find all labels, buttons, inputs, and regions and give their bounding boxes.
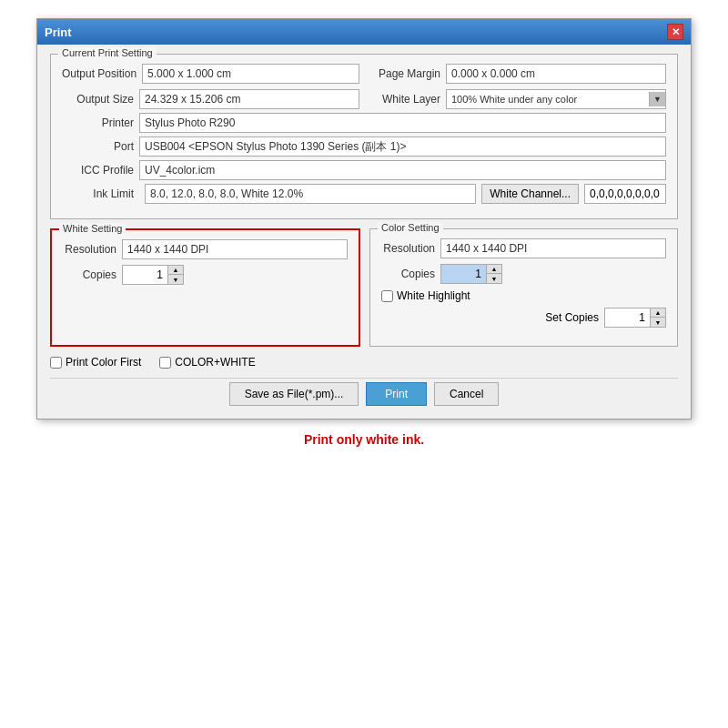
page-margin-label: Page Margin: [369, 67, 446, 80]
port-label: Port: [62, 140, 139, 153]
set-copies-input[interactable]: 1: [604, 308, 650, 328]
ink-extra-value: 0,0,0,0,0,0,0,0: [584, 184, 666, 204]
icc-profile-row: ICC Profile UV_4color.icm: [62, 160, 666, 180]
divider: [50, 378, 678, 379]
set-copies-spinner-buttons: ▲ ▼: [650, 308, 666, 328]
output-position-row: Output Position 5.000 x 1.000 cm: [62, 64, 359, 84]
white-layer-value[interactable]: 100% White under any color ▼: [446, 89, 666, 109]
color-resolution-row: Resolution 1440 x 1440 DPI: [381, 238, 666, 258]
color-copies-up[interactable]: ▲: [487, 265, 501, 274]
print-color-first-checkbox[interactable]: [50, 357, 62, 369]
icc-profile-label: ICC Profile: [62, 164, 139, 177]
color-resolution-label: Resolution: [381, 242, 440, 255]
color-copies-down[interactable]: ▼: [487, 274, 501, 283]
dialog-content: Current Print Setting Output Position 5.…: [37, 45, 691, 419]
white-copies-label: Copies: [63, 268, 122, 281]
white-highlight-checkbox[interactable]: [381, 290, 393, 302]
color-resolution-value: 1440 x 1440 DPI: [440, 238, 666, 258]
set-copies-row: Set Copies 1 ▲ ▼: [381, 308, 666, 328]
port-value: USB004 <EPSON Stylus Photo 1390 Series (…: [139, 136, 666, 157]
printer-value: Stylus Photo R290: [139, 113, 666, 133]
white-resolution-value: 1440 x 1440 DPI: [122, 239, 348, 259]
output-size-row: Output Size 24.329 x 15.206 cm: [62, 89, 359, 109]
color-copies-row: Copies 1 ▲ ▼: [381, 264, 666, 284]
settings-row: White Setting Resolution 1440 x 1440 DPI…: [50, 228, 678, 347]
white-channel-button[interactable]: White Channel...: [481, 184, 579, 204]
set-copies-spinner[interactable]: 1 ▲ ▼: [604, 308, 666, 328]
white-layer-label: White Layer: [369, 93, 446, 106]
set-copies-down[interactable]: ▼: [651, 318, 665, 327]
white-copies-spinner[interactable]: 1 ▲ ▼: [122, 265, 184, 285]
button-row: Save as File(*.pm)... Print Cancel: [50, 382, 678, 406]
white-layer-row: White Layer 100% White under any color ▼: [369, 89, 666, 109]
color-white-label: COLOR+WHITE: [175, 356, 255, 369]
white-resolution-label: Resolution: [63, 243, 122, 256]
close-button[interactable]: ✕: [667, 24, 683, 40]
white-setting-section: White Setting Resolution 1440 x 1440 DPI…: [50, 228, 360, 347]
color-copies-spinner-buttons: ▲ ▼: [486, 264, 502, 284]
color-setting-section: Color Setting Resolution 1440 x 1440 DPI…: [369, 228, 678, 347]
ink-limit-label: Ink Limit: [62, 187, 139, 200]
white-highlight-row: White Highlight: [381, 289, 666, 302]
color-white-checkbox[interactable]: [159, 357, 171, 369]
white-highlight-label: White Highlight: [397, 289, 470, 302]
white-resolution-row: Resolution 1440 x 1440 DPI: [63, 239, 348, 259]
title-bar: Print ✕: [37, 19, 691, 45]
caption-text: Print only white ink.: [304, 432, 424, 447]
cancel-button[interactable]: Cancel: [434, 382, 499, 406]
white-copies-down[interactable]: ▼: [168, 275, 183, 284]
ink-limit-row: Ink Limit 8.0, 12.0, 8.0, 8.0, White 12.…: [62, 184, 666, 204]
print-button[interactable]: Print: [366, 382, 427, 406]
ink-limit-value: 8.0, 12.0, 8.0, 8.0, White 12.0%: [145, 184, 476, 204]
page-margin-value: 0.000 x 0.000 cm: [446, 64, 666, 84]
output-position-label: Output Position: [62, 67, 142, 80]
white-copies-input[interactable]: 1: [122, 265, 167, 285]
white-layer-dropdown-arrow[interactable]: ▼: [649, 92, 665, 106]
dialog-title: Print: [45, 25, 72, 39]
print-dialog: Print ✕ Current Print Setting Output Pos…: [36, 18, 692, 420]
set-copies-up[interactable]: ▲: [651, 308, 665, 318]
set-copies-label: Set Copies: [545, 311, 599, 324]
white-copies-spinner-buttons: ▲ ▼: [167, 265, 184, 285]
current-print-setting-label: Current Print Setting: [58, 47, 157, 58]
color-white-item: COLOR+WHITE: [159, 356, 255, 369]
current-print-setting-section: Current Print Setting Output Position 5.…: [50, 54, 678, 219]
save-button[interactable]: Save as File(*.pm)...: [229, 382, 359, 406]
white-copies-up[interactable]: ▲: [168, 266, 183, 275]
bottom-checkboxes: Print Color First COLOR+WHITE: [50, 356, 678, 369]
color-setting-label: Color Setting: [378, 222, 443, 233]
port-row: Port USB004 <EPSON Stylus Photo 1390 Ser…: [62, 136, 666, 157]
top-info-grid: Output Position 5.000 x 1.000 cm Page Ma…: [62, 64, 666, 113]
output-position-value: 5.000 x 1.000 cm: [142, 64, 359, 84]
print-color-first-item: Print Color First: [50, 356, 141, 369]
white-copies-row: Copies 1 ▲ ▼: [63, 265, 348, 285]
white-setting-label: White Setting: [59, 223, 126, 234]
color-copies-label: Copies: [381, 268, 440, 280]
printer-label: Printer: [62, 116, 139, 129]
printer-row: Printer Stylus Photo R290: [62, 113, 666, 133]
page-margin-row: Page Margin 0.000 x 0.000 cm: [369, 64, 666, 84]
output-size-label: Output Size: [62, 93, 139, 106]
output-size-value: 24.329 x 15.206 cm: [139, 89, 359, 109]
color-copies-spinner[interactable]: 1 ▲ ▼: [440, 264, 502, 284]
icc-profile-value: UV_4color.icm: [139, 160, 666, 180]
print-color-first-label: Print Color First: [66, 356, 141, 369]
color-copies-input[interactable]: 1: [440, 264, 486, 284]
